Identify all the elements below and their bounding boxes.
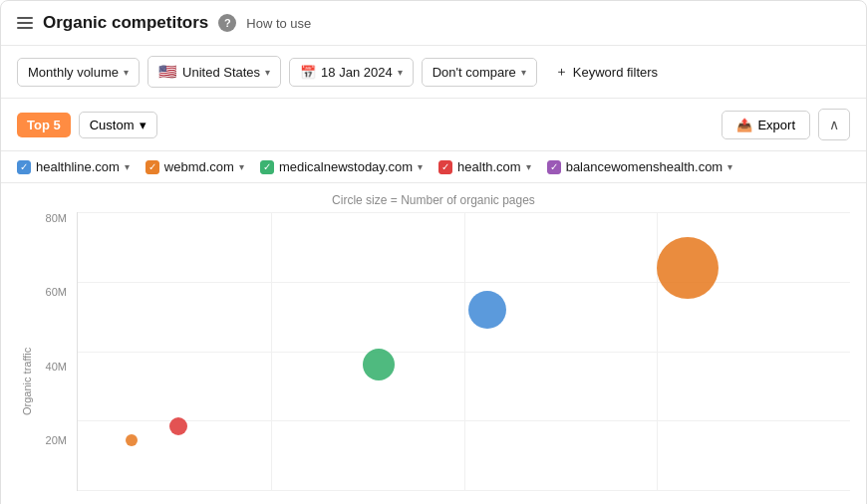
keyword-filter-button[interactable]: ＋ Keyword filters — [545, 57, 668, 87]
domain-item-healthline[interactable]: ✓healthline.com▾ — [17, 159, 130, 174]
y-tick: 20M — [46, 434, 67, 446]
domain-caret-balancewomenshealth[interactable]: ▾ — [727, 161, 732, 172]
help-icon[interactable]: ? — [218, 14, 236, 32]
custom-dropdown[interactable]: Custom ▾ — [79, 112, 157, 138]
domain-caret-webmd[interactable]: ▾ — [239, 161, 244, 172]
hamburger-icon[interactable] — [17, 17, 33, 29]
collapse-icon: ∧ — [829, 117, 839, 132]
chart-note: Circle size = Number of organic pages — [17, 183, 850, 212]
export-label: Export — [757, 118, 795, 132]
custom-caret: ▾ — [140, 118, 146, 132]
domain-label-health: health.com — [457, 159, 521, 174]
domain-item-medicalnewstoday[interactable]: ✓medicalnewstoday.com▾ — [260, 159, 423, 174]
domain-item-webmd[interactable]: ✓webmd.com▾ — [145, 159, 244, 174]
custom-label: Custom — [90, 118, 135, 132]
checkbox-health[interactable]: ✓ — [438, 160, 452, 174]
page-title: Organic competitors — [43, 13, 208, 33]
y-axis-label: Organic traffic — [17, 212, 37, 504]
country-flag: 🇺🇸 — [158, 63, 177, 81]
domain-item-health[interactable]: ✓health.com▾ — [438, 159, 531, 174]
checkbox-balancewomenshealth[interactable]: ✓ — [547, 160, 561, 174]
bubble-health[interactable] — [169, 417, 187, 435]
compare-caret: ▾ — [521, 67, 526, 78]
bubble-healthline[interactable] — [468, 291, 506, 329]
domain-caret-health[interactable]: ▾ — [526, 161, 531, 172]
bubble-webmd[interactable] — [657, 237, 719, 299]
export-button[interactable]: 📤 Export — [722, 111, 810, 139]
domain-label-medicalnewstoday: medicalnewstoday.com — [279, 159, 413, 174]
compare-label: Don't compare — [433, 65, 516, 80]
checkbox-medicalnewstoday[interactable]: ✓ — [260, 160, 274, 174]
checkbox-healthline[interactable]: ✓ — [17, 160, 31, 174]
domain-label-webmd: webmd.com — [164, 159, 234, 174]
domain-item-balancewomenshealth[interactable]: ✓balancewomenshealth.com▾ — [547, 159, 733, 174]
y-tick: 60M — [46, 286, 67, 298]
country-label: United States — [182, 65, 260, 80]
y-tick: 40M — [46, 361, 67, 373]
chart-controls: Top 5 Custom ▾ 📤 Export ∧ — [1, 99, 866, 151]
cal-icon: 📅 — [300, 65, 316, 80]
domain-caret-healthline[interactable]: ▾ — [125, 161, 130, 172]
plus-icon: ＋ — [555, 63, 568, 81]
monthly-volume-label: Monthly volume — [28, 65, 119, 80]
compare-dropdown[interactable]: Don't compare ▾ — [422, 58, 537, 87]
domain-row: ✓healthline.com▾✓webmd.com▾✓medicalnewst… — [1, 151, 866, 183]
top5-badge: Top 5 — [17, 113, 71, 137]
country-dropdown[interactable]: 🇺🇸 United States ▾ — [147, 56, 281, 88]
bubble-balancewomenshealth[interactable] — [126, 434, 138, 446]
date-caret: ▾ — [398, 67, 403, 78]
chart-area: Circle size = Number of organic pages Or… — [1, 183, 866, 504]
collapse-button[interactable]: ∧ — [818, 109, 850, 140]
monthly-volume-caret: ▾ — [124, 67, 129, 78]
toolbar: Monthly volume ▾ 🇺🇸 United States ▾ 📅 18… — [1, 46, 866, 99]
domain-label-balancewomenshealth: balancewomenshealth.com — [566, 159, 723, 174]
checkbox-webmd[interactable]: ✓ — [145, 160, 159, 174]
y-tick: 80M — [46, 212, 67, 224]
keyword-filter-label: Keyword filters — [573, 65, 658, 80]
domain-caret-medicalnewstoday[interactable]: ▾ — [418, 161, 423, 172]
monthly-volume-dropdown[interactable]: Monthly volume ▾ — [17, 58, 140, 87]
country-caret: ▾ — [265, 67, 270, 78]
export-icon: 📤 — [736, 118, 752, 132]
how-to-use-link[interactable]: How to use — [246, 16, 311, 31]
date-label: 18 Jan 2024 — [321, 65, 393, 80]
domain-label-healthline: healthline.com — [36, 159, 120, 174]
date-dropdown[interactable]: 📅 18 Jan 2024 ▾ — [289, 58, 414, 87]
bubble-medicalnewstoday[interactable] — [363, 349, 395, 380]
chart-plot — [77, 212, 850, 491]
